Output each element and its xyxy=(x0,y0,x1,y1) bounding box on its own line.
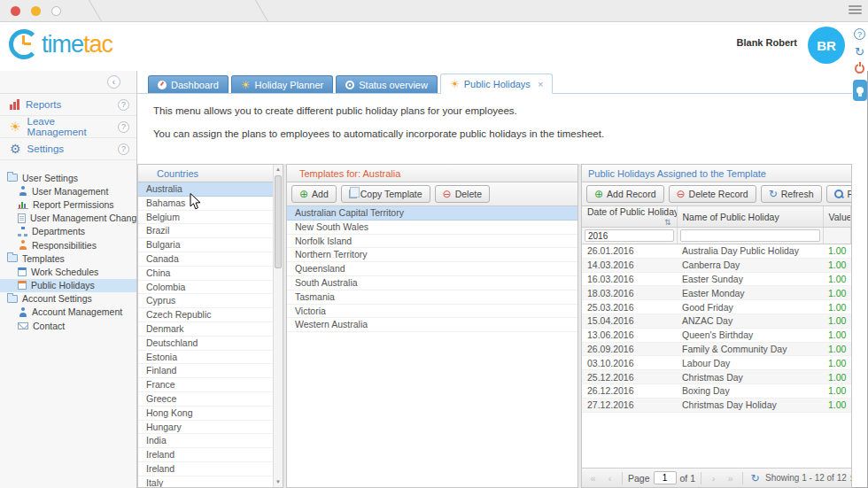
country-item[interactable]: Bulgaria xyxy=(138,238,273,252)
holiday-row[interactable]: 26.09.2016Family & Community Day1.00 xyxy=(582,342,851,356)
country-item[interactable]: Belgium xyxy=(138,211,273,225)
country-item[interactable]: Finland xyxy=(138,364,273,378)
country-item[interactable]: Brazil xyxy=(138,224,273,238)
template-item[interactable]: Australian Capital Territory xyxy=(287,206,577,221)
refresh-page-icon[interactable]: ↻ xyxy=(748,472,762,484)
holiday-row[interactable]: 16.03.2016Easter Sunday1.00 xyxy=(582,272,851,286)
country-item[interactable]: Italy xyxy=(138,476,273,487)
column-header-date[interactable]: Date of Public Holiday ⇅ xyxy=(582,206,677,228)
country-item[interactable]: Ireland xyxy=(138,462,273,476)
country-item[interactable]: Denmark xyxy=(138,322,273,337)
column-header-value[interactable]: Value xyxy=(823,206,851,228)
last-page-button[interactable]: » xyxy=(724,473,737,484)
lightbulb-button[interactable] xyxy=(853,80,867,101)
template-item[interactable]: New South Wales xyxy=(287,221,577,235)
window-maximize-button[interactable] xyxy=(51,6,61,16)
holiday-row[interactable]: 25.03.2016Good Friday1.00 xyxy=(582,300,851,314)
collapse-sidebar-button[interactable]: ‹ xyxy=(107,75,120,89)
countries-scrollbar[interactable]: ▲ ▼ xyxy=(273,165,283,487)
country-item[interactable]: Canada xyxy=(138,252,273,267)
country-item[interactable]: Hong Kong xyxy=(138,407,273,421)
holiday-row[interactable]: 27.12.2016Christmas Day Holiday1.00 xyxy=(582,398,851,412)
tab-holiday-planner[interactable]: ☀ Holiday Planner xyxy=(231,75,333,93)
sidebar-item-user-settings[interactable]: User Settings xyxy=(0,171,136,184)
holiday-row[interactable]: 25.12.2016Christmas Day1.00 xyxy=(582,370,851,384)
country-item[interactable]: Greece xyxy=(138,392,273,407)
name-filter-input[interactable] xyxy=(680,229,820,242)
holiday-row[interactable]: 14.03.2016Canberra Day1.00 xyxy=(582,258,851,272)
template-item[interactable]: Tasmania xyxy=(287,290,577,305)
tab-public-holidays[interactable]: ☀ Public Holidays × xyxy=(440,74,553,94)
sidebar-item-account-settings[interactable]: Account Settings xyxy=(0,292,136,306)
window-close-button[interactable] xyxy=(11,6,20,16)
sidebar-item-user-management-changelog[interactable]: User Management Changelog xyxy=(0,212,136,225)
filter-on-button[interactable]: Filter ON xyxy=(826,185,852,203)
tab-dashboard[interactable]: Dashboard xyxy=(148,75,229,93)
country-item[interactable]: France xyxy=(138,378,273,392)
next-page-button[interactable]: › xyxy=(707,473,720,484)
template-item[interactable]: Queensland xyxy=(287,262,577,276)
template-item[interactable]: South Australia xyxy=(287,276,577,290)
template-item[interactable]: Western Australia xyxy=(287,318,577,332)
country-item[interactable]: Colombia xyxy=(138,281,273,295)
sidebar-item-report-permissions[interactable]: Report Permissions xyxy=(0,198,136,211)
holiday-row[interactable]: 15.04.2016ANZAC Day1.00 xyxy=(582,314,851,328)
country-item[interactable]: Australia xyxy=(138,182,273,197)
country-item[interactable]: Cyprus xyxy=(138,294,273,308)
sidebar-item-settings[interactable]: ⚙ Settings ? xyxy=(0,138,136,160)
sort-icon[interactable]: ⇅ xyxy=(664,218,671,227)
timetac-logo[interactable]: time tac xyxy=(9,29,112,59)
first-page-button[interactable]: « xyxy=(586,473,600,484)
sidebar-item-responsibilities[interactable]: Responsibilities xyxy=(0,238,136,252)
holiday-row[interactable]: 03.10.2016Labour Day1.00 xyxy=(582,356,851,370)
country-item[interactable]: Hungary xyxy=(138,421,273,435)
sync-icon[interactable]: ↻ xyxy=(855,46,864,58)
country-item[interactable]: Bahamas xyxy=(138,197,273,211)
sidebar-item-templates[interactable]: Templates xyxy=(0,252,136,265)
power-icon[interactable] xyxy=(855,64,864,74)
country-item[interactable]: Ireland xyxy=(138,448,273,462)
copy-template-button[interactable]: Copy Template xyxy=(341,185,430,203)
holiday-row[interactable]: 26.01.2016Australia Day Public Holiday1.… xyxy=(582,244,851,259)
scrollbar-thumb[interactable] xyxy=(275,175,282,268)
scroll-down-icon[interactable]: ▼ xyxy=(274,477,283,487)
template-item[interactable]: Victoria xyxy=(287,305,577,319)
country-item[interactable]: India xyxy=(138,434,273,448)
sidebar-item-departments[interactable]: Departments xyxy=(0,225,136,238)
help-icon[interactable]: ? xyxy=(118,99,129,111)
page-input[interactable] xyxy=(654,471,677,484)
column-header-name[interactable]: Name of Public Holiday xyxy=(677,206,823,228)
country-item[interactable]: Deutschland xyxy=(138,337,273,351)
sidebar-item-work-schedules[interactable]: Work Schedules xyxy=(0,265,136,278)
help-icon[interactable]: ? xyxy=(854,28,865,40)
template-item[interactable]: Northern Territory xyxy=(287,248,577,262)
delete-template-button[interactable]: ⊖ Delete xyxy=(435,185,490,203)
help-icon[interactable]: ? xyxy=(118,143,129,155)
window-minimize-button[interactable] xyxy=(31,6,41,16)
sidebar-item-user-management[interactable]: User Management xyxy=(0,184,136,198)
sidebar-item-public-holidays[interactable]: Public Holidays xyxy=(0,279,136,292)
add-template-button[interactable]: ⊕ Add xyxy=(291,185,337,203)
holiday-row[interactable]: 18.03.2016Easter Monday1.00 xyxy=(582,286,851,300)
sidebar-item-reports[interactable]: Reports ? xyxy=(0,94,136,116)
sidebar-item-contact[interactable]: Contact xyxy=(0,319,136,332)
refresh-button[interactable]: ↻ Refresh xyxy=(761,185,822,203)
menu-icon[interactable] xyxy=(849,4,862,16)
tab-status-overview[interactable]: Status overview xyxy=(336,75,438,93)
delete-record-button[interactable]: ⊖ Delete Record xyxy=(669,185,756,203)
scroll-up-icon[interactable]: ▲ xyxy=(274,165,283,174)
add-record-button[interactable]: ⊕ Add Record xyxy=(586,185,664,203)
template-item[interactable]: Norfolk Island xyxy=(287,235,577,249)
help-icon[interactable]: ? xyxy=(118,121,129,133)
country-item[interactable]: Czech Republic xyxy=(138,308,273,322)
date-filter-input[interactable] xyxy=(585,229,674,242)
sidebar-item-account-management[interactable]: Account Management xyxy=(0,306,136,319)
country-item[interactable]: Estonia xyxy=(138,351,273,365)
avatar[interactable]: BR xyxy=(808,27,845,64)
sidebar-item-leave-management[interactable]: ☀ Leave Management ? xyxy=(0,116,136,138)
close-tab-icon[interactable]: × xyxy=(538,79,543,89)
holiday-row[interactable]: 26.12.2016Boxing Day1.00 xyxy=(582,383,851,398)
prev-page-button[interactable]: ‹ xyxy=(603,473,616,484)
holiday-row[interactable]: 13.06.2016Queen's Birthday1.00 xyxy=(582,328,851,342)
country-item[interactable]: China xyxy=(138,267,273,281)
